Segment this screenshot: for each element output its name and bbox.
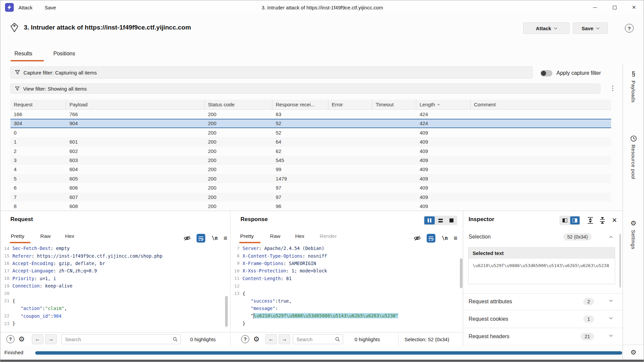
search-settings-gear-icon[interactable]: ⚙ <box>18 332 25 346</box>
attack-dropdown-button[interactable]: Attack <box>523 22 570 34</box>
selection-section-header[interactable]: Selection 52 (0x34) <box>463 230 623 243</box>
search-help-button[interactable]: ? <box>241 332 249 346</box>
cell: 409 <box>416 193 471 202</box>
column-header-length[interactable]: Length <box>416 100 471 109</box>
column-header-payload[interactable]: Payload <box>66 100 205 109</box>
inspector-scrollbar[interactable] <box>620 234 621 288</box>
statusbar: Finished <box>0 346 623 360</box>
result-row-6[interactable]: 660620097409 <box>10 183 611 192</box>
result-row-304[interactable]: 30490420052424 <box>10 119 611 128</box>
editor-menu-icon[interactable]: ≡ <box>451 234 460 243</box>
tab-results[interactable]: Results <box>14 51 32 57</box>
maximize-button[interactable] <box>607 0 622 14</box>
inspector-close-icon[interactable]: ✕ <box>612 216 617 224</box>
request-tab-pretty[interactable]: Pretty <box>11 233 24 239</box>
line-number: 22 <box>0 313 12 318</box>
code-line: } <box>230 320 463 327</box>
search-next-button[interactable]: → <box>279 332 290 346</box>
response-editor[interactable]: 7Server: Apache/2.4.54 (Debian)8X-Conten… <box>230 245 463 332</box>
selected-text-value: \u6210\u529f\u9886\u53d65000\u5143\u62b5… <box>469 259 615 272</box>
column-header-comment[interactable]: Comment <box>471 100 611 109</box>
layout-rows-button[interactable] <box>435 216 446 224</box>
menu-save[interactable]: Save <box>41 0 59 14</box>
sidebar-item-settings[interactable]: ⚙ Settings <box>623 219 644 249</box>
column-header-status-code[interactable]: Status code <box>205 100 272 109</box>
apply-capture-filter-label: Apply capture filter <box>556 70 601 76</box>
result-row-166[interactable]: 16676620063424 <box>10 110 611 119</box>
cell: 63 <box>272 110 328 119</box>
close-button[interactable]: ✕ <box>626 0 642 14</box>
request-tab-raw[interactable]: Raw <box>40 233 51 239</box>
collapse-all-icon[interactable] <box>599 217 606 224</box>
request-search-input[interactable] <box>62 334 180 344</box>
capture-filter-bar[interactable]: Capture filter: Capturing all items <box>10 66 533 79</box>
dock-left-button[interactable] <box>560 216 570 224</box>
help-button[interactable]: ? <box>625 24 634 33</box>
hide-nonprintable-icon[interactable] <box>413 234 422 243</box>
hide-nonprintable-icon[interactable] <box>183 234 192 243</box>
cell: 605 <box>66 174 205 183</box>
search-next-button[interactable]: → <box>45 332 57 346</box>
request-editor-scrollbar[interactable] <box>225 296 228 327</box>
save-dropdown-button[interactable]: Save <box>573 22 608 34</box>
layout-single-button[interactable] <box>446 216 457 224</box>
close-icon: ✕ <box>632 4 636 10</box>
column-header-response-recei-[interactable]: Response recei... <box>272 100 328 109</box>
request-editor[interactable]: 14Sec-Fetch-Dest: empty15Referer: https:… <box>0 245 230 332</box>
sidebar-item-payloads[interactable]: § Payloads <box>623 70 644 103</box>
request-tab-hex[interactable]: Hex <box>65 233 74 239</box>
intruder-app-icon <box>5 3 14 12</box>
result-row-5[interactable]: 56052001479409 <box>10 174 611 183</box>
cell: 3 <box>10 156 66 165</box>
result-row-2[interactable]: 260220062409 <box>10 147 611 156</box>
response-editor-scrollbar[interactable] <box>460 258 463 288</box>
column-header-error[interactable]: Error <box>328 100 372 109</box>
cell <box>372 183 416 192</box>
result-row-3[interactable]: 3603200545409 <box>10 156 611 165</box>
newline-chars-icon[interactable]: \n <box>210 234 219 243</box>
view-filter-bar[interactable]: View filter: Showing all items <box>10 84 600 94</box>
table-options-kebab-icon[interactable]: ⋮ <box>609 84 617 92</box>
apply-capture-filter-toggle[interactable] <box>540 70 552 76</box>
search-help-button[interactable]: ? <box>6 332 14 346</box>
search-prev-button[interactable]: ← <box>265 332 277 346</box>
request-headers-section[interactable]: Request headers 21 <box>463 328 623 345</box>
column-header-timeout[interactable]: Timeout <box>372 100 416 109</box>
cell: 200 <box>205 202 272 211</box>
word-wrap-icon[interactable] <box>197 234 205 243</box>
minimize-button[interactable] <box>587 0 603 14</box>
column-header-request[interactable]: Request <box>10 100 66 109</box>
code-line: 19Connection: keep-alive <box>0 282 230 290</box>
word-wrap-icon[interactable] <box>427 234 435 243</box>
cell <box>471 147 611 156</box>
response-tab-render[interactable]: Render <box>320 233 337 239</box>
gear-icon: ⚙ <box>631 219 637 227</box>
result-row-4[interactable]: 460420099409 <box>10 165 611 174</box>
response-tab-hex[interactable]: Hex <box>295 233 305 239</box>
global-settings-button[interactable]: ⚙ <box>623 345 644 360</box>
tab-positions[interactable]: Positions <box>53 51 75 57</box>
result-row-1[interactable]: 160120064409 <box>10 137 611 146</box>
result-row-7[interactable]: 760720097409 <box>10 193 611 202</box>
newline-chars-icon[interactable]: \n <box>440 234 449 243</box>
response-tab-pretty[interactable]: Pretty <box>240 233 254 239</box>
chevron-down-icon <box>554 26 557 30</box>
layout-columns-button[interactable] <box>424 216 435 224</box>
request-cookies-section[interactable]: Request cookies 1 <box>463 310 623 328</box>
line-number: 18 <box>0 276 12 281</box>
search-settings-gear-icon[interactable]: ⚙ <box>253 332 260 346</box>
expand-all-icon[interactable] <box>587 217 594 224</box>
menu-attack[interactable]: Attack <box>15 0 36 14</box>
editor-menu-icon[interactable]: ≡ <box>221 234 230 243</box>
response-tab-raw[interactable]: Raw <box>270 233 280 239</box>
result-row-8[interactable]: 860820096409 <box>10 202 611 211</box>
cell <box>328 202 372 211</box>
result-row-0[interactable]: 020052409 <box>10 128 611 137</box>
cell: 62 <box>272 147 328 156</box>
dock-right-button[interactable] <box>570 216 580 224</box>
search-prev-button[interactable]: ← <box>32 332 43 346</box>
code-line: 16Accept-Encoding: gzip, deflate, br <box>0 260 230 267</box>
request-attributes-section[interactable]: Request attributes 2 <box>463 293 623 310</box>
code-line: 8X-Content-Type-Options: nosniff <box>230 252 463 259</box>
sidebar-item-resource-pool[interactable]: Resource pool <box>623 135 644 179</box>
